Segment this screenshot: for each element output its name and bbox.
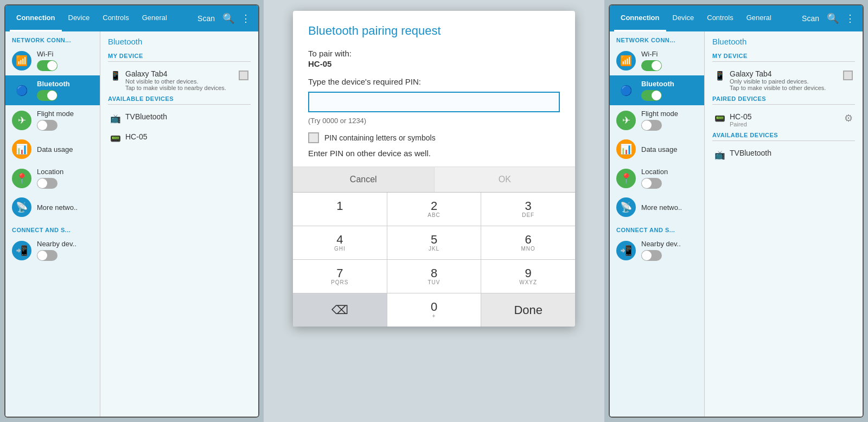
left-tvbluetooth-info: TVBluetooth (125, 112, 248, 121)
ok-button[interactable]: OK (435, 167, 576, 192)
right-nearby-toggle[interactable] (641, 250, 662, 261)
right-available-title: AVAILABLE DEVICES (712, 132, 855, 141)
right-galaxy-device[interactable]: 📱 Galaxy Tab4 Only visible to paired dev… (712, 65, 855, 95)
left-nearby-label: Nearby dev.. (37, 240, 76, 248)
right-wifi-label: Wi-Fi (641, 50, 662, 58)
left-tvbluetooth-name: TVBluetooth (125, 112, 248, 121)
numpad-key-6[interactable]: 6MNO (481, 226, 575, 259)
left-sidebar-nearby[interactable]: 📲 Nearby dev.. (5, 235, 100, 265)
right-galaxy-icon: 📱 (714, 71, 725, 81)
left-galaxy-icon: 📱 (110, 71, 121, 81)
numpad-key-2[interactable]: 2ABC (387, 193, 482, 226)
left-sidebar-more[interactable]: 📡 More netwo.. (5, 193, 100, 221)
bluetooth-dialog: Bluetooth pairing request To pair with: … (293, 11, 575, 327)
right-tab-connection[interactable]: Connection (614, 5, 666, 31)
left-tab-connection[interactable]: Connection (10, 5, 62, 31)
left-galaxy-device[interactable]: 📱 Galaxy Tab4 Not visible to other devic… (108, 65, 251, 95)
cancel-button[interactable]: Cancel (293, 167, 435, 192)
pin-checkbox-label: PIN containing letters or symbols (324, 133, 436, 142)
right-wifi-icon: 📶 (616, 51, 636, 71)
right-tab-device[interactable]: Device (666, 5, 701, 31)
right-nearby-info: Nearby dev.. (641, 240, 681, 261)
left-tab-controls[interactable]: Controls (96, 5, 135, 31)
right-sidebar-location[interactable]: 📍 Location (610, 163, 704, 193)
right-sidebar-bluetooth[interactable]: 🔵 Bluetooth (610, 75, 704, 105)
left-galaxy-checkbox[interactable] (239, 71, 248, 80)
numpad-key-0[interactable]: 0+ (387, 293, 482, 327)
left-sidebar-bluetooth[interactable]: 🔵 Bluetooth (5, 75, 100, 105)
right-hc05-paired-item[interactable]: 📟 HC-05 Paired ⚙ (712, 108, 855, 132)
right-sidebar-wifi[interactable]: 📶 Wi-Fi (610, 46, 704, 75)
right-bluetooth-title: Bluetooth (712, 37, 855, 46)
right-search-icon[interactable]: 🔍 (824, 10, 842, 27)
right-phone-panel: Connection Device Controls General Scan … (609, 4, 864, 418)
right-bluetooth-toggle[interactable] (641, 90, 662, 101)
right-nearby-label: Nearby dev.. (641, 240, 681, 248)
right-sidebar-nearby[interactable]: 📲 Nearby dev.. (610, 235, 704, 265)
numpad-key-5[interactable]: 5JKL (387, 226, 482, 259)
right-more-label: More netwo.. (641, 203, 682, 212)
right-hc05-paired-icon: 📟 (714, 113, 725, 124)
left-bluetooth-icon: 🔵 (12, 81, 31, 100)
left-sidebar-location[interactable]: 📍 Location (5, 163, 100, 193)
left-tab-device[interactable]: Device (62, 5, 97, 31)
right-scan-button[interactable]: Scan (797, 12, 824, 25)
left-location-icon: 📍 (12, 169, 31, 188)
left-sidebar-wifi[interactable]: 📶 Wi-Fi (5, 46, 100, 75)
left-tvbluetooth-item[interactable]: 📺 TVBluetooth (108, 108, 251, 128)
right-flight-toggle[interactable] (641, 120, 662, 131)
left-wifi-toggle[interactable] (37, 60, 58, 71)
left-bluetooth-info: Bluetooth (37, 80, 70, 101)
numpad-key-3[interactable]: 3DEF (481, 193, 575, 226)
left-sidebar-data[interactable]: 📊 Data usage (5, 135, 100, 163)
pin-checkbox-row: PIN containing letters or symbols (308, 132, 560, 143)
left-flight-toggle[interactable] (37, 120, 58, 131)
right-sidebar-data[interactable]: 📊 Data usage (610, 135, 704, 163)
right-more-networks-icon: 📡 (616, 197, 636, 217)
numpad-row-4: ⌫ 0+ Done (293, 293, 575, 327)
pin-hint: (Try 0000 or 1234) (308, 117, 560, 125)
left-wifi-info: Wi-Fi (37, 50, 58, 71)
right-wifi-info: Wi-Fi (641, 50, 662, 71)
right-wifi-toggle[interactable] (641, 60, 662, 71)
dialog-enter-label: Enter PIN on other device as well. (308, 149, 560, 158)
right-galaxy-checkbox[interactable] (843, 71, 853, 80)
right-tvbluetooth-item[interactable]: 📺 TVBluetooth (712, 144, 855, 164)
numpad-key-4[interactable]: 4GHI (293, 226, 387, 259)
numpad-key-8[interactable]: 8TUV (387, 260, 482, 293)
right-more-icon[interactable]: ⋮ (842, 10, 858, 27)
dialog-device-name: HC-05 (308, 59, 560, 68)
left-wifi-label: Wi-Fi (37, 50, 58, 58)
right-data-icon: 📊 (616, 139, 636, 159)
dialog-title: Bluetooth pairing request (308, 24, 560, 38)
right-location-toggle[interactable] (641, 178, 662, 189)
numpad-backspace[interactable]: ⌫ (293, 293, 387, 327)
pin-input[interactable] (308, 92, 560, 112)
left-tab-general[interactable]: General (136, 5, 174, 31)
left-location-toggle[interactable] (37, 178, 58, 189)
left-data-label: Data usage (37, 145, 73, 154)
left-scan-button[interactable]: Scan (193, 12, 219, 25)
right-hc05-gear-icon[interactable]: ⚙ (844, 112, 853, 124)
left-search-icon[interactable]: 🔍 (219, 10, 238, 27)
right-bluetooth-icon: 🔵 (616, 81, 636, 100)
numpad-key-9[interactable]: 9WXYZ (481, 260, 575, 293)
left-sidebar-flight[interactable]: ✈ Flight mode (5, 105, 100, 135)
left-hc05-item[interactable]: 📟 HC-05 (108, 128, 251, 148)
right-tab-general[interactable]: General (740, 5, 778, 31)
right-hc05-paired-label: Paired (730, 121, 840, 127)
left-nearby-toggle[interactable] (37, 250, 58, 261)
pin-checkbox[interactable] (308, 132, 319, 143)
right-tab-controls[interactable]: Controls (700, 5, 739, 31)
right-sidebar-flight[interactable]: ✈ Flight mode (610, 105, 704, 135)
right-data-label: Data usage (641, 145, 678, 154)
left-bluetooth-toggle[interactable] (37, 90, 58, 101)
right-paired-title: PAIRED DEVICES (712, 95, 855, 105)
right-sidebar-more[interactable]: 📡 More netwo.. (610, 193, 704, 221)
right-galaxy-name: Galaxy Tab4 (730, 69, 839, 78)
numpad-done[interactable]: Done (481, 293, 575, 327)
numpad-key-1[interactable]: 1 (293, 193, 387, 226)
left-content: NETWORK CONN... 📶 Wi-Fi 🔵 Bluetooth ✈ F (5, 31, 258, 417)
left-more-icon[interactable]: ⋮ (238, 10, 254, 27)
numpad-key-7[interactable]: 7PQRS (293, 260, 387, 293)
